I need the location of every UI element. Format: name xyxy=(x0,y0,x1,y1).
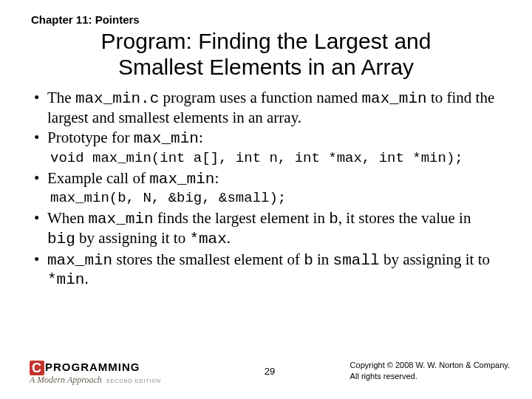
text: The xyxy=(47,89,75,106)
code: *min xyxy=(47,271,84,288)
book-logo: CPROGRAMMING A Modern ApproachSECOND EDI… xyxy=(30,361,161,386)
slide-title: Program: Finding the Largest and Smalles… xyxy=(30,29,502,80)
code: max_min xyxy=(88,211,153,228)
bullet-3: Example call of max_min: xyxy=(33,169,502,189)
code-prototype: void max_min(int a[], int n, int *max, i… xyxy=(50,150,502,166)
page-number: 29 xyxy=(265,366,275,377)
text: Prototype for xyxy=(47,129,134,146)
bullet-list-2: Example call of max_min: xyxy=(33,169,502,189)
bullet-list-3: When max_min finds the largest element i… xyxy=(33,209,502,289)
logo-title: CPROGRAMMING xyxy=(30,361,161,375)
text: finds the largest element in xyxy=(154,209,330,227)
text: When xyxy=(47,209,88,227)
text: by assigning it to xyxy=(75,229,190,247)
logo-edition: SECOND EDITION xyxy=(106,378,161,383)
code-call: max_min(b, N, &big, &small); xyxy=(50,190,502,206)
copyright-line-1: Copyright © 2008 W. W. Norton & Company. xyxy=(350,361,510,369)
bullet-2: Prototype for max_min: xyxy=(33,129,502,149)
text: . xyxy=(84,270,88,287)
text: stores the smallest element of xyxy=(112,250,304,268)
title-line-2: Smallest Elements in an Array xyxy=(118,55,414,79)
text: Example call of xyxy=(47,169,149,187)
bullet-4: When max_min finds the largest element i… xyxy=(33,209,502,248)
chapter-label: Chapter 11: Pointers xyxy=(31,13,502,26)
text: program uses a function named xyxy=(159,89,361,106)
bullet-list: The max_min.c program uses a function na… xyxy=(33,89,502,149)
code: max_min xyxy=(149,171,214,188)
text: . xyxy=(227,229,231,247)
logo-sub-text: A Modern Approach xyxy=(30,375,102,385)
code: b xyxy=(304,252,313,269)
text: , it stores the value in xyxy=(338,209,471,227)
copyright-line-2: All rights reserved. xyxy=(350,372,417,381)
text: : xyxy=(214,169,219,187)
code: max_min xyxy=(361,90,426,107)
code: max_min.c xyxy=(75,90,159,107)
code: max_min xyxy=(134,130,199,147)
bullet-1: The max_min.c program uses a function na… xyxy=(33,89,502,127)
code: big xyxy=(47,231,75,248)
text: : xyxy=(199,129,203,146)
text: in xyxy=(313,250,333,268)
slide: Chapter 11: Pointers Program: Finding th… xyxy=(0,0,532,290)
footer: CPROGRAMMING A Modern ApproachSECOND EDI… xyxy=(30,353,510,386)
text: by assigning it to xyxy=(380,250,490,268)
bullet-5: max_min stores the smallest element of b… xyxy=(33,250,502,290)
code: small xyxy=(333,252,380,269)
logo-c-icon: C xyxy=(30,361,44,375)
code: max_min xyxy=(47,252,112,269)
code: b xyxy=(329,211,338,228)
title-line-1: Program: Finding the Largest and xyxy=(101,29,432,53)
code: *max xyxy=(189,231,226,248)
logo-subtitle: A Modern ApproachSECOND EDITION xyxy=(30,375,161,386)
copyright: Copyright © 2008 W. W. Norton & Company.… xyxy=(350,360,510,381)
logo-text: PROGRAMMING xyxy=(45,361,140,373)
